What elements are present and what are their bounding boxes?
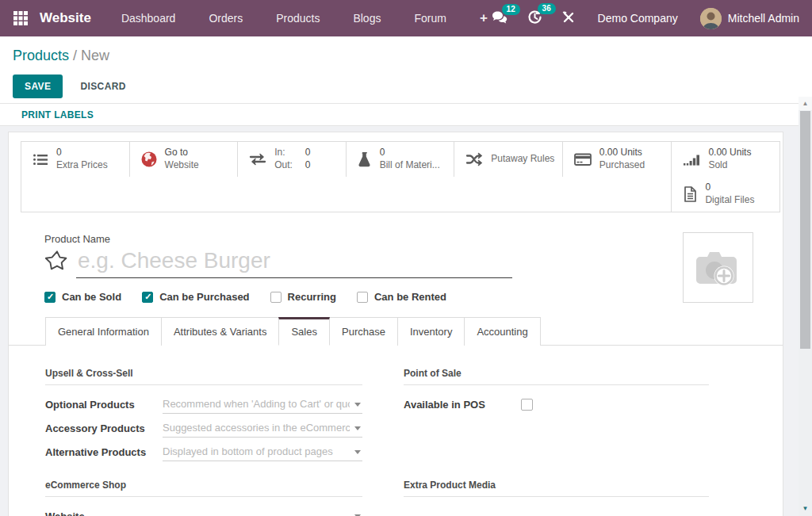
vertical-scrollbar[interactable]: ▲ ▼ <box>799 97 812 516</box>
alternative-products-row: Alternative Products <box>45 443 362 461</box>
stat-in-value: 0 <box>305 147 311 159</box>
menu-orders[interactable]: Orders <box>205 2 246 35</box>
can-be-sold-label: Can be Sold <box>62 291 121 303</box>
scrollbar-thumb[interactable] <box>800 111 810 349</box>
product-name-block: Product Name Can be Sold <box>9 233 783 303</box>
website-input[interactable] <box>163 507 362 516</box>
breadcrumb-products-link[interactable]: Products <box>13 48 69 63</box>
tab-accounting[interactable]: Accounting <box>464 317 540 346</box>
menu-blogs[interactable]: Blogs <box>350 2 384 35</box>
tab-inventory[interactable]: Inventory <box>397 317 465 346</box>
stat-units-purchased[interactable]: 0.00 Units Purchased <box>563 142 672 177</box>
tab-attributes-variants[interactable]: Attributes & Variants <box>161 317 280 346</box>
stat-go-to-website[interactable]: Go to Website <box>130 142 239 177</box>
optional-products-input[interactable] <box>163 396 362 413</box>
checkbox-icon[interactable] <box>44 292 56 303</box>
crossed-tools-icon <box>561 10 576 27</box>
tab-general-information[interactable]: General Information <box>45 317 162 346</box>
stat-digital-files[interactable]: 0 Digital Files <box>671 177 779 212</box>
activities-count-badge: 36 <box>538 3 556 14</box>
company-switcher[interactable]: Demo Company <box>598 12 678 25</box>
user-name-label: Mitchell Admin <box>728 12 799 25</box>
stat-button-box: 0 Extra Prices Go to Website <box>21 141 780 212</box>
scroll-down-arrow-icon[interactable]: ▼ <box>799 504 812 515</box>
tab-sales[interactable]: Sales <box>278 317 330 346</box>
alternative-products-input[interactable] <box>163 443 362 461</box>
app-brand-website[interactable]: Website <box>40 10 91 26</box>
product-name-input[interactable] <box>76 247 512 278</box>
scroll-up-arrow-icon[interactable]: ▲ <box>799 97 812 110</box>
dropdown-caret-icon[interactable] <box>354 450 361 454</box>
control-panel: Products / New SAVE DISCARD <box>0 36 812 103</box>
can-be-purchased-checkbox[interactable]: Can be Purchased <box>142 291 249 303</box>
sales-tab-content: Upsell & Cross-Sell Optional Products Ac… <box>9 346 783 516</box>
checkbox-icon[interactable] <box>142 292 153 303</box>
form-action-buttons: SAVE DISCARD <box>13 75 799 98</box>
menu-dashboard[interactable]: Dashboard <box>118 2 179 35</box>
menu-forum[interactable]: Forum <box>411 2 449 35</box>
stat-sold-label: Sold <box>708 159 727 170</box>
tab-purchase[interactable]: Purchase <box>329 317 398 346</box>
dropdown-caret-icon[interactable] <box>354 403 361 407</box>
recurring-checkbox[interactable]: Recurring <box>270 291 336 303</box>
print-labels-button[interactable]: PRINT LABELS <box>21 109 94 120</box>
stat-digital-files-label: Digital Files <box>705 194 754 205</box>
can-be-rented-checkbox[interactable]: Can be Rented <box>357 291 446 303</box>
checkbox-icon[interactable] <box>270 292 282 303</box>
form-sheet: 0 Extra Prices Go to Website <box>8 132 783 516</box>
stat-bom-label: Bill of Materi... <box>380 159 440 170</box>
stat-out-value: 0 <box>305 159 311 172</box>
media-group: Extra Product Media ADD A MEDIA <box>404 480 709 516</box>
menu-products[interactable]: Products <box>273 2 323 35</box>
stat-in-label: In: <box>274 147 293 159</box>
shuffle-icon <box>465 151 484 168</box>
apps-grid-icon[interactable] <box>13 10 29 26</box>
stat-bill-of-materials[interactable]: 0 Bill of Materi... <box>347 142 455 177</box>
messages-count-badge: 12 <box>502 4 520 15</box>
stat-moves-in-out[interactable]: In: 0 Out: 0 <box>238 142 347 177</box>
stat-sold-value: 0.00 Units <box>708 147 751 158</box>
stat-bom-value: 0 <box>380 147 385 158</box>
dropdown-caret-icon[interactable] <box>354 426 361 430</box>
bar-chart-icon <box>682 151 701 168</box>
available-in-pos-checkbox[interactable] <box>521 399 533 411</box>
accessory-products-input[interactable] <box>163 419 362 437</box>
can-be-sold-checkbox[interactable]: Can be Sold <box>44 291 121 303</box>
stat-putaway-rules[interactable]: Putaway Rules <box>454 142 563 177</box>
ecommerce-section-title: eCommerce Shop <box>45 480 362 497</box>
favorite-star-icon[interactable] <box>44 248 70 273</box>
product-name-caption: Product Name <box>44 233 783 245</box>
optional-products-label: Optional Products <box>45 399 163 411</box>
upsell-section-title: Upsell & Cross-Sell <box>45 368 362 385</box>
stat-digital-files-value: 0 <box>705 182 710 193</box>
user-menu[interactable]: Mitchell Admin <box>700 8 799 29</box>
main-menu: Dashboard Orders Products Blogs Forum + <box>118 0 491 36</box>
stat-out-label: Out: <box>274 159 293 172</box>
odoo-product-form-page: Website Dashboard Orders Products Blogs … <box>0 0 812 516</box>
checkbox-icon[interactable] <box>357 292 368 303</box>
stat-purchased-label: Purchased <box>599 159 645 170</box>
navbar-systray: 12 36 <box>492 8 799 29</box>
stat-units-sold[interactable]: 0.00 Units Sold <box>671 142 779 177</box>
upsell-group: Upsell & Cross-Sell Optional Products Ac… <box>45 368 362 467</box>
transfer-arrows-icon <box>248 151 267 168</box>
list-icon <box>32 151 49 168</box>
notebook-tabs: General Information Attributes & Variant… <box>9 317 783 346</box>
can-be-rented-label: Can be Rented <box>374 291 446 303</box>
stat-go-to-label: Website <box>165 159 199 170</box>
product-image-uploader[interactable] <box>683 232 753 303</box>
document-icon <box>682 185 698 203</box>
new-content-plus-button[interactable]: + <box>477 0 491 36</box>
stat-extra-prices[interactable]: 0 Extra Prices <box>21 142 130 177</box>
messages-menu[interactable]: 12 <box>492 10 508 27</box>
debug-tools-menu[interactable] <box>561 10 576 27</box>
save-button[interactable]: SAVE <box>13 75 63 98</box>
camera-plus-icon <box>692 244 745 292</box>
stat-go-to-value: Go to <box>165 147 188 158</box>
activities-menu[interactable]: 36 <box>527 10 542 27</box>
optional-products-row: Optional Products <box>45 396 362 414</box>
discard-button[interactable]: DISCARD <box>69 75 136 98</box>
available-in-pos-label: Available in POS <box>404 399 521 411</box>
stat-putaway-label: Putaway Rules <box>491 153 554 164</box>
stat-extra-prices-value: 0 <box>56 147 62 158</box>
